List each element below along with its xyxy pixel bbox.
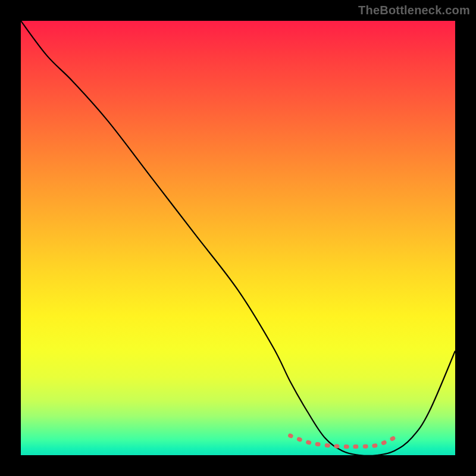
watermark-text: TheBottleneck.com xyxy=(358,4,470,17)
chart-frame: TheBottleneck.com xyxy=(0,0,476,476)
plot-area xyxy=(21,21,455,455)
chart-svg xyxy=(21,21,455,455)
optimal-range-marker-path xyxy=(290,436,394,447)
bottleneck-curve-path xyxy=(21,21,455,455)
